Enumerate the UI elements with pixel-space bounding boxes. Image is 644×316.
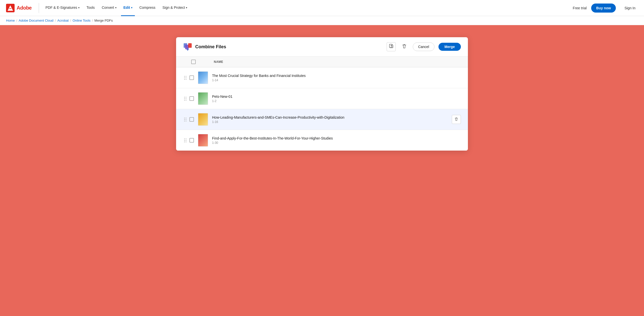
file-info: The Most Crucial Strategy for Banks and …	[212, 74, 461, 82]
cancel-button[interactable]: Cancel	[413, 42, 434, 51]
file-checkbox[interactable]	[189, 96, 194, 101]
file-list-header: NAME	[176, 57, 468, 67]
navbar: Adobe PDF & E-Signatures ▾ Tools Convert…	[0, 0, 644, 16]
drag-dot	[184, 121, 185, 121]
sign-protect-chevron-icon: ▾	[186, 6, 187, 9]
breadcrumb: Home / Adobe Document Cloud / Acrobat / …	[0, 16, 644, 25]
select-all-checkbox[interactable]	[191, 60, 196, 64]
drag-dot	[186, 98, 186, 99]
breadcrumb-adobe-doc-cloud[interactable]: Adobe Document Cloud	[19, 19, 53, 22]
drag-handle[interactable]	[183, 75, 187, 81]
drag-dot	[184, 98, 185, 99]
file-info: How-Leading-Manufacturers-and-SMEs-Can-I…	[212, 115, 452, 124]
file-pages: 1-16	[212, 120, 452, 124]
table-row: Pets-New-01 1-2	[176, 88, 468, 109]
drag-dot	[184, 97, 185, 98]
drag-dot	[186, 76, 186, 77]
breadcrumb-sep-4: /	[92, 19, 93, 22]
nav-tools[interactable]: Tools	[84, 0, 97, 16]
buy-now-button[interactable]: Buy now	[591, 4, 616, 13]
file-checkbox[interactable]	[189, 117, 194, 122]
svg-rect-2	[9, 8, 11, 9]
svg-rect-4	[185, 45, 189, 49]
breadcrumb-sep-2: /	[55, 19, 56, 22]
convert-chevron-icon: ▾	[115, 6, 116, 9]
table-row: How-Leading-Manufacturers-and-SMEs-Can-I…	[176, 109, 468, 130]
name-column-header: NAME	[214, 60, 461, 64]
file-name: How-Leading-Manufacturers-and-SMEs-Can-I…	[212, 115, 452, 119]
brand-name: Adobe	[17, 5, 32, 11]
drag-dot	[184, 118, 185, 118]
main-content: Combine Files	[0, 25, 644, 314]
drag-dot	[186, 121, 186, 121]
nav-convert[interactable]: Convert ▾	[99, 0, 119, 16]
file-info: Find-and-Apply-For-the-Best-Institutes-I…	[212, 136, 461, 145]
drag-handle[interactable]	[183, 117, 187, 122]
file-thumbnail	[198, 71, 208, 84]
nav-edit[interactable]: Edit ▾	[121, 0, 135, 16]
drag-dot	[186, 118, 186, 118]
drag-dot	[186, 79, 186, 80]
drag-dot	[184, 140, 185, 141]
breadcrumb-sep-3: /	[70, 19, 71, 22]
drag-dot	[186, 100, 186, 101]
svg-rect-5	[188, 43, 192, 48]
file-name: Find-and-Apply-For-the-Best-Institutes-I…	[212, 136, 461, 140]
header-actions: Cancel Merge	[387, 42, 461, 51]
breadcrumb-current: Merge PDFs	[94, 19, 113, 22]
file-thumbnail	[198, 92, 208, 105]
file-checkbox[interactable]	[189, 75, 194, 80]
file-name: The Most Crucial Strategy for Banks and …	[212, 74, 461, 78]
file-name: Pets-New-01	[212, 95, 461, 99]
merge-button[interactable]: Merge	[438, 43, 461, 51]
breadcrumb-sep-1: /	[16, 19, 17, 22]
drag-dot	[184, 77, 185, 78]
adobe-icon	[6, 4, 15, 12]
nav-divider	[39, 3, 39, 13]
drag-handle[interactable]	[183, 96, 187, 102]
nav-compress[interactable]: Compress	[137, 0, 158, 16]
file-checkbox[interactable]	[189, 138, 194, 143]
drag-dot	[184, 76, 185, 77]
pdf-signatures-chevron-icon: ▾	[78, 6, 79, 9]
file-thumbnail	[198, 134, 208, 147]
file-pages: 1-2	[212, 99, 461, 103]
edit-chevron-icon: ▾	[131, 6, 132, 9]
drag-dot	[186, 77, 186, 78]
drag-handle[interactable]	[183, 138, 187, 143]
nav-pdf-signatures[interactable]: PDF & E-Signatures ▾	[43, 0, 82, 16]
table-row: The Most Crucial Strategy for Banks and …	[176, 67, 468, 88]
drag-dot	[184, 119, 185, 120]
breadcrumb-acrobat[interactable]: Acrobat	[57, 19, 69, 22]
trash-icon	[402, 44, 407, 50]
card-title: Combine Files	[195, 44, 384, 50]
combine-files-icon	[183, 42, 192, 51]
drag-dot	[184, 142, 185, 142]
trash-icon	[454, 117, 458, 122]
drag-dot	[186, 119, 186, 120]
adobe-logo[interactable]: Adobe	[6, 4, 32, 12]
drag-dot	[186, 139, 186, 139]
drag-dot	[184, 100, 185, 101]
file-pages: 1-14	[212, 78, 461, 82]
nav-free-trial[interactable]: Free trial	[570, 4, 589, 12]
breadcrumb-home[interactable]: Home	[6, 19, 15, 22]
file-pages: 1-30	[212, 141, 461, 145]
drag-dot	[186, 142, 186, 142]
drag-dot	[184, 139, 185, 139]
combine-files-card: Combine Files	[176, 37, 468, 151]
breadcrumb-online-tools[interactable]: Online Tools	[72, 19, 90, 22]
add-file-button[interactable]	[387, 42, 396, 51]
file-thumbnail	[198, 113, 208, 126]
drag-dot	[186, 97, 186, 98]
nav-sign-protect[interactable]: Sign & Protect ▾	[160, 0, 190, 16]
nav-sign-in[interactable]: Sign In	[622, 4, 638, 12]
card-header: Combine Files	[176, 37, 468, 57]
drag-dot	[186, 140, 186, 141]
table-row: Find-and-Apply-For-the-Best-Institutes-I…	[176, 130, 468, 151]
file-list: The Most Crucial Strategy for Banks and …	[176, 67, 468, 151]
drag-dot	[184, 79, 185, 80]
delete-button[interactable]	[400, 42, 409, 51]
file-info: Pets-New-01 1-2	[212, 95, 461, 103]
row-delete-button[interactable]	[452, 115, 461, 124]
